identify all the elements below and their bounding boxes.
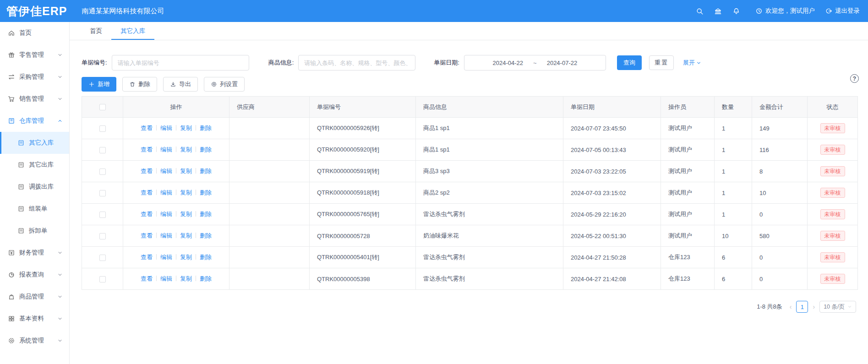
- row-checkbox[interactable]: [99, 125, 106, 132]
- search-icon[interactable]: [690, 7, 709, 15]
- date-cell: 2024-04-27 21:50:28: [563, 247, 661, 268]
- page-number-button[interactable]: 1: [796, 301, 808, 313]
- expand-link[interactable]: 展开: [683, 59, 701, 67]
- export-button[interactable]: 导出: [163, 77, 198, 92]
- column-header: 商品信息: [416, 97, 563, 118]
- prev-page-button[interactable]: ‹: [789, 303, 793, 310]
- view-link[interactable]: 查看: [141, 189, 153, 196]
- app-header: 管伊佳ERP 南通某某网络科技有限公司 欢迎您，测试用户 退出登录: [0, 0, 868, 22]
- column-settings-button[interactable]: 列设置: [204, 77, 245, 92]
- copy-link[interactable]: 复制: [180, 254, 192, 261]
- sidebar-item-home[interactable]: 首页: [0, 22, 69, 44]
- divider: [156, 276, 157, 281]
- sidebar-item-purchase[interactable]: 采购管理: [0, 66, 69, 88]
- edit-link[interactable]: 编辑: [160, 189, 172, 196]
- sidebar-item-other-inbound[interactable]: 其它入库: [0, 132, 69, 154]
- divider: [156, 147, 157, 152]
- edit-link[interactable]: 编辑: [160, 168, 172, 174]
- supplier-cell: [229, 182, 310, 204]
- edit-link[interactable]: 编辑: [160, 232, 172, 239]
- copy-link[interactable]: 复制: [180, 211, 192, 217]
- sidebar-item-retail[interactable]: 零售管理: [0, 44, 69, 66]
- add-button[interactable]: 新增: [82, 77, 116, 92]
- sidebar-item-system[interactable]: 系统管理: [0, 330, 69, 352]
- select-all-checkbox[interactable]: [99, 104, 106, 110]
- sidebar-item-finance[interactable]: 财务管理: [0, 242, 69, 264]
- sidebar-item-warehouse[interactable]: 仓库管理: [0, 110, 69, 132]
- date-to-value[interactable]: 2024-07-22: [547, 60, 578, 66]
- view-link[interactable]: 查看: [141, 168, 153, 174]
- row-checkbox[interactable]: [99, 147, 106, 153]
- delete-link[interactable]: 删除: [200, 189, 212, 196]
- delete-link[interactable]: 删除: [200, 275, 212, 282]
- view-link[interactable]: 查看: [141, 146, 153, 153]
- copy-link[interactable]: 复制: [180, 125, 192, 131]
- sidebar-item-basic-data[interactable]: 基本资料: [0, 308, 69, 330]
- row-checkbox[interactable]: [99, 255, 106, 261]
- bank-icon[interactable]: [709, 7, 727, 15]
- delete-link[interactable]: 删除: [200, 254, 212, 261]
- row-checkbox[interactable]: [99, 190, 106, 196]
- date-range-picker[interactable]: 2024-04-22 ~ 2024-07-22: [464, 55, 606, 71]
- goods-info-label: 商品信息:: [268, 59, 294, 67]
- search-button[interactable]: 查询: [617, 55, 642, 70]
- filter-bar: 单据编号: 商品信息: 单据日期: 2024-04-22 ~ 2024-07-2…: [82, 55, 856, 71]
- view-link[interactable]: 查看: [141, 254, 153, 261]
- copy-link[interactable]: 复制: [180, 189, 192, 196]
- tab-home[interactable]: 首页: [81, 22, 111, 40]
- pagination: 1-8 共8条 ‹ 1 › 10 条/页: [82, 301, 856, 313]
- page-size-select[interactable]: 10 条/页: [819, 301, 856, 313]
- supplier-cell: [229, 139, 310, 161]
- next-page-button[interactable]: ›: [812, 303, 816, 310]
- delete-link[interactable]: 删除: [200, 168, 212, 174]
- divider: [156, 125, 157, 130]
- delete-link[interactable]: 删除: [200, 232, 212, 239]
- bell-icon[interactable]: [727, 7, 745, 15]
- view-link[interactable]: 查看: [141, 275, 153, 282]
- select-all-header: [82, 97, 123, 118]
- sidebar-item-transfer-outbound[interactable]: 调拨出库: [0, 176, 69, 198]
- sidebar-item-assembly-order[interactable]: 组装单: [0, 198, 69, 220]
- sidebar-item-goods[interactable]: 商品管理: [0, 286, 69, 308]
- delete-button[interactable]: 删除: [122, 77, 157, 92]
- qty-cell: 1: [715, 118, 752, 139]
- edit-link[interactable]: 编辑: [160, 275, 172, 282]
- reset-button[interactable]: 重置: [649, 55, 674, 70]
- sidebar-item-disassembly-order[interactable]: 拆卸单: [0, 220, 69, 242]
- help-icon[interactable]: ?: [850, 74, 859, 83]
- edit-link[interactable]: 编辑: [160, 146, 172, 153]
- copy-link[interactable]: 复制: [180, 275, 192, 282]
- welcome-user[interactable]: 欢迎您，测试用户: [755, 7, 815, 15]
- bill-code-cell: QTRK00000005926[转]: [310, 118, 416, 139]
- bill-no-input[interactable]: [112, 55, 249, 71]
- sidebar-item-report[interactable]: 报表查询: [0, 264, 69, 286]
- delete-link[interactable]: 删除: [200, 125, 212, 131]
- row-checkbox[interactable]: [99, 168, 106, 175]
- operator-cell: 仓库123: [661, 247, 715, 268]
- logout-button[interactable]: 退出登录: [825, 7, 860, 15]
- row-checkbox[interactable]: [99, 233, 106, 239]
- goods-info-input[interactable]: [298, 55, 415, 71]
- view-link[interactable]: 查看: [141, 211, 153, 217]
- view-link[interactable]: 查看: [141, 125, 153, 131]
- divider: [156, 211, 157, 217]
- copy-link[interactable]: 复制: [180, 168, 192, 174]
- delete-link[interactable]: 删除: [200, 146, 212, 153]
- goods-cell: 雷达杀虫气雾剂: [416, 204, 563, 225]
- date-from-value[interactable]: 2024-04-22: [493, 60, 524, 66]
- row-checkbox[interactable]: [99, 212, 106, 218]
- sidebar-item-other-outbound[interactable]: 其它出库: [0, 154, 69, 176]
- tab-other-inbound[interactable]: 其它入库: [111, 22, 154, 40]
- view-link[interactable]: 查看: [141, 232, 153, 239]
- row-checkbox[interactable]: [99, 276, 106, 283]
- delete-link[interactable]: 删除: [200, 211, 212, 217]
- chevron-down-icon: [57, 294, 63, 299]
- status-cell: 未审核: [808, 204, 858, 225]
- chevron-down-icon: [57, 338, 63, 343]
- sidebar-item-sales[interactable]: 销售管理: [0, 88, 69, 110]
- edit-link[interactable]: 编辑: [160, 211, 172, 217]
- edit-link[interactable]: 编辑: [160, 125, 172, 131]
- copy-link[interactable]: 复制: [180, 146, 192, 153]
- edit-link[interactable]: 编辑: [160, 254, 172, 261]
- copy-link[interactable]: 复制: [180, 232, 192, 239]
